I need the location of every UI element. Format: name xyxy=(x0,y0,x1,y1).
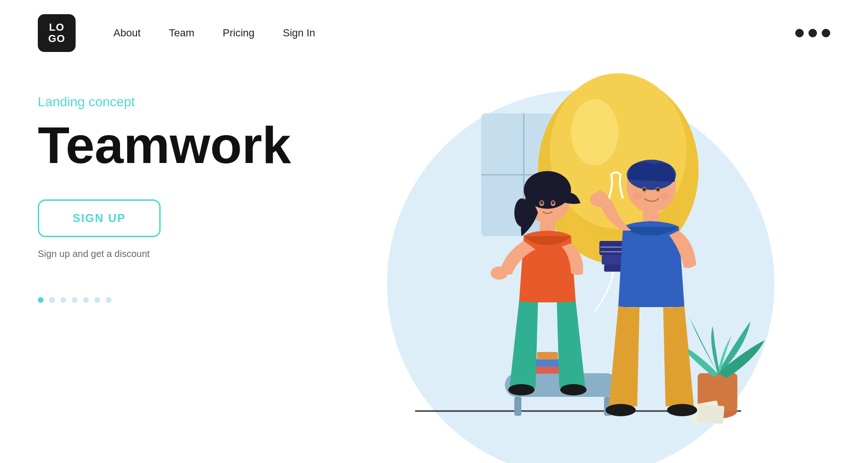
pagination-dot-7[interactable] xyxy=(106,297,112,303)
svg-point-48 xyxy=(633,193,642,199)
nav: About Team Pricing Sign In xyxy=(113,27,315,39)
logo-line2: GO xyxy=(48,33,65,44)
nav-team[interactable]: Team xyxy=(169,27,195,39)
svg-point-41 xyxy=(560,384,587,395)
logo[interactable]: LO GO xyxy=(38,14,76,52)
logo-line1: LO xyxy=(49,22,65,33)
nav-pricing[interactable]: Pricing xyxy=(223,27,254,39)
hero-title: Teamwork xyxy=(38,119,255,171)
svg-point-40 xyxy=(508,384,535,395)
svg-point-25 xyxy=(571,99,619,165)
left-panel: Landing concept Teamwork SIGN UP Sign up… xyxy=(0,66,293,463)
svg-point-54 xyxy=(667,404,697,416)
pagination-dot-4[interactable] xyxy=(72,297,77,303)
pagination-dot-3[interactable] xyxy=(60,297,66,303)
main-content: Landing concept Teamwork SIGN UP Sign up… xyxy=(0,66,868,463)
svg-point-36 xyxy=(541,201,543,205)
dot-icon-3 xyxy=(822,29,830,37)
signup-button[interactable]: SIGN UP xyxy=(38,199,161,237)
hero-subtitle: Landing concept xyxy=(38,94,255,110)
teamwork-illustration xyxy=(293,66,868,463)
pagination-dot-5[interactable] xyxy=(83,297,89,303)
svg-rect-17 xyxy=(535,359,560,367)
dot-icon-2 xyxy=(808,29,817,37)
svg-rect-18 xyxy=(537,352,558,360)
header: LO GO About Team Pricing Sign In xyxy=(0,0,868,66)
svg-point-39 xyxy=(491,266,508,280)
svg-rect-22 xyxy=(697,404,724,424)
pagination-dots xyxy=(38,297,255,303)
more-dots-menu[interactable] xyxy=(795,29,830,37)
svg-point-46 xyxy=(643,188,646,191)
nav-signin[interactable]: Sign In xyxy=(283,27,316,39)
cta-note: Sign up and get a discount xyxy=(38,249,255,259)
svg-point-53 xyxy=(606,404,636,416)
svg-rect-14 xyxy=(515,397,522,416)
right-panel xyxy=(293,66,868,463)
nav-about[interactable]: About xyxy=(113,27,141,39)
pagination-dot-1[interactable] xyxy=(38,297,43,303)
dot-icon-1 xyxy=(795,29,804,37)
svg-rect-52 xyxy=(597,190,603,201)
svg-point-47 xyxy=(656,188,660,191)
svg-rect-16 xyxy=(533,366,562,374)
pagination-dot-2[interactable] xyxy=(49,297,55,303)
pagination-dot-6[interactable] xyxy=(95,297,100,303)
svg-point-37 xyxy=(552,201,555,205)
svg-point-49 xyxy=(660,193,670,199)
svg-point-33 xyxy=(515,198,530,227)
